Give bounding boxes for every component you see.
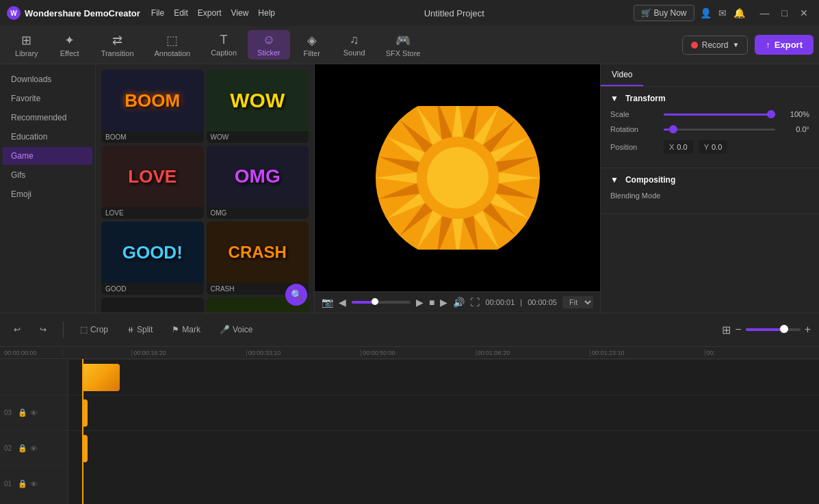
tab-video[interactable]: Video	[601, 64, 643, 86]
tool-effect[interactable]: ✦ Effect	[49, 30, 90, 60]
progress-bar[interactable]	[352, 301, 411, 304]
position-label: Position	[610, 143, 658, 151]
track-row-03	[68, 359, 819, 395]
record-button[interactable]: Record ▼	[682, 36, 749, 55]
main-content: Downloads Favorite Recommended Education…	[0, 64, 819, 313]
sidebar-item-recommended[interactable]: Recommended	[3, 109, 92, 127]
tool-sfx-store[interactable]: 🎮 SFX Store	[376, 30, 430, 60]
zoom-out-button[interactable]: −	[735, 323, 741, 336]
maximize-button[interactable]: □	[778, 6, 792, 20]
library-icon: ⊞	[21, 33, 31, 48]
zoom-slider[interactable]	[746, 328, 801, 331]
track-row-01	[68, 430, 819, 466]
tool-filter[interactable]: ◈ Filter	[291, 30, 333, 60]
rotation-slider[interactable]	[664, 129, 775, 131]
transform-title: Transform	[625, 94, 666, 103]
app-logo: W Wondershare DemoCreator	[7, 6, 140, 20]
sticker-omg[interactable]: OMG OMG	[207, 146, 309, 219]
transform-header[interactable]: ▼ Transform	[610, 94, 809, 103]
profile-icon[interactable]: 👤	[700, 8, 712, 18]
prev-frame-icon[interactable]: ◀	[339, 297, 346, 308]
sticker-boom[interactable]: BOOM BOOM	[101, 70, 204, 143]
mark-label: Mark	[182, 325, 200, 334]
lock-icon-01[interactable]: 🔒	[18, 479, 27, 488]
tool-transition[interactable]: ⇄ Transition	[92, 30, 144, 60]
bell-icon[interactable]: 🔔	[733, 8, 745, 18]
mark-button[interactable]: ⚑ Mark	[166, 322, 206, 337]
position-y-box[interactable]: Y 0.0	[699, 140, 728, 154]
sidebar-item-gifs[interactable]: Gifs	[3, 166, 92, 184]
crop-button[interactable]: ⬚ Crop	[75, 322, 114, 337]
voice-label: Voice	[233, 325, 252, 334]
mark-icon: ⚑	[172, 325, 179, 334]
buy-label: Buy Now	[654, 8, 687, 18]
rotation-value: 0.0°	[781, 125, 809, 133]
buy-button[interactable]: 🛒 Buy Now	[634, 5, 694, 21]
search-sticker-button[interactable]: 🔍	[285, 284, 307, 306]
compositing-header[interactable]: ▼ Compositing	[610, 175, 809, 185]
time-current: 00:00:01	[485, 298, 515, 306]
video-content	[331, 106, 584, 250]
position-x-box[interactable]: X 0.0	[664, 140, 693, 154]
zoom-fit-button[interactable]: ⊞	[722, 323, 731, 336]
tool-library[interactable]: ⊞ Library	[5, 30, 48, 60]
track-labels: 03 🔒 👁 02 🔒 👁 01 🔒 👁	[0, 359, 68, 504]
voice-button[interactable]: 🎤 Voice	[214, 322, 258, 337]
zoom-in-button[interactable]: +	[805, 323, 811, 336]
fullscreen-icon[interactable]: ⛶	[470, 297, 480, 308]
track-clip-03[interactable]	[82, 364, 120, 391]
tool-sound[interactable]: ♫ Sound	[334, 30, 375, 59]
menu-view[interactable]: View	[231, 8, 249, 18]
crop-label: Crop	[90, 325, 108, 334]
play-icon[interactable]: ▶	[416, 297, 424, 308]
sidebar-item-downloads[interactable]: Downloads	[3, 70, 92, 88]
timeline: 00:00:00:00 00:00:16:20 00:00:33:10 00:0…	[0, 347, 819, 504]
eye-icon-03[interactable]: 👁	[30, 409, 38, 417]
caption-icon: T	[220, 33, 228, 47]
mail-icon[interactable]: ✉	[718, 8, 727, 18]
fit-select[interactable]: Fit	[562, 296, 593, 308]
stop-icon[interactable]: ■	[429, 297, 434, 308]
effect-icon: ✦	[64, 33, 75, 48]
sidebar-item-favorite[interactable]: Favorite	[3, 90, 92, 107]
scale-row: Scale 100%	[610, 110, 809, 118]
x-label: X	[669, 143, 674, 151]
sidebar-item-emoji[interactable]: Emoji	[3, 185, 92, 203]
track-label-03: 03 🔒 👁	[0, 395, 68, 430]
lock-icon-02[interactable]: 🔒	[18, 444, 27, 453]
export-button[interactable]: ↑ Export	[755, 35, 814, 55]
menu-edit[interactable]: Edit	[174, 8, 188, 18]
volume-icon[interactable]: 🔊	[453, 297, 465, 308]
sidebar-item-education[interactable]: Education	[3, 128, 92, 146]
tool-sticker[interactable]: ☺ Sticker	[248, 30, 290, 59]
app-logo-icon: W	[7, 6, 21, 20]
next-frame-icon[interactable]: ▶	[440, 297, 447, 308]
minimize-button[interactable]: —	[756, 6, 774, 20]
video-preview	[315, 64, 600, 291]
menu-file[interactable]: File	[151, 8, 164, 18]
eye-icon-02[interactable]: 👁	[30, 445, 38, 453]
sticker-love[interactable]: LOVE LOVE	[101, 146, 204, 219]
timeline-ruler: 00:00:00:00 00:00:16:20 00:00:33:10 00:0…	[0, 347, 819, 359]
undo-button[interactable]: ↩	[8, 322, 26, 337]
tool-caption[interactable]: T Caption	[201, 30, 246, 59]
timeline-cursor[interactable]	[82, 359, 83, 504]
sticker-wow[interactable]: WOW WOW	[207, 70, 309, 143]
sidebar-item-game[interactable]: Game	[3, 147, 92, 165]
scale-thumb	[767, 110, 775, 118]
menu-help[interactable]: Help	[258, 8, 275, 18]
screenshot-icon[interactable]: 📷	[322, 297, 333, 308]
tool-annotation[interactable]: ⬚ Annotation	[145, 30, 200, 60]
sfx-icon: 🎮	[395, 33, 411, 48]
redo-button[interactable]: ↪	[34, 322, 52, 337]
sticker-what[interactable]: WHAT? WHAT?	[101, 297, 204, 313]
export-icon: ↑	[766, 40, 770, 50]
sticker-good[interactable]: GOOD! GOOD	[101, 222, 204, 295]
scale-slider[interactable]	[664, 114, 775, 116]
close-button[interactable]: ✕	[796, 6, 812, 20]
menu-export[interactable]: Export	[198, 8, 222, 18]
eye-icon-01[interactable]: 👁	[30, 480, 38, 488]
lock-icon-03[interactable]: 🔒	[18, 408, 27, 417]
position-row: Position X 0.0 Y 0.0	[610, 140, 809, 154]
split-button[interactable]: ⧺ Split	[122, 322, 158, 337]
